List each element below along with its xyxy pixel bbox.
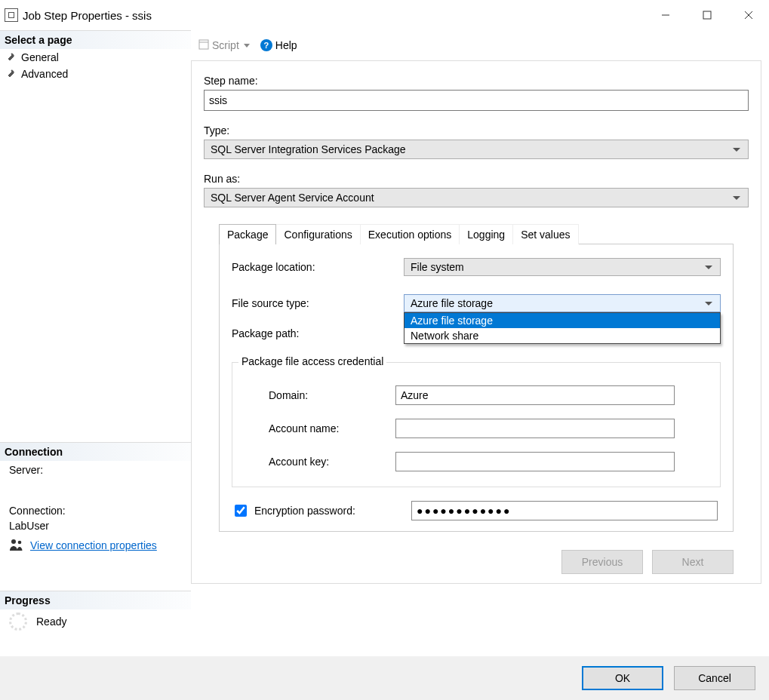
select-page-header: Select a page [0,30,191,49]
package-path-label: Package path: [232,327,398,339]
script-button[interactable]: Script [195,38,253,54]
window-title: Job Step Properties - ssis [23,9,152,22]
progress-header: Progress [0,591,191,609]
svg-rect-1 [703,11,711,19]
file-source-option-azure[interactable]: Azure file storage [404,313,720,328]
connection-value: LabUser [0,520,191,535]
page-item-advanced[interactable]: Advanced [0,66,191,82]
svg-rect-6 [199,40,208,49]
minimize-button[interactable] [644,1,686,29]
server-label: Server: [0,461,191,479]
file-source-option-network-share[interactable]: Network share [404,328,720,343]
svg-point-5 [18,540,22,544]
tab-panel-package: Package location: File system File sourc… [219,244,734,532]
file-source-type-combo[interactable]: Azure file storage [404,294,721,312]
domain-input[interactable] [395,385,675,405]
people-icon [9,539,24,553]
package-location-value: File system [411,261,464,273]
titlebar: Job Step Properties - ssis [0,0,769,30]
page-item-label: Advanced [21,68,68,80]
chevron-down-icon [244,44,250,48]
type-combo[interactable]: SQL Server Integration Services Package [204,140,749,159]
type-label: Type: [204,124,749,137]
left-panel: Select a page General Advanced Connectio… [0,30,191,655]
credential-groupbox: Package file access credential Domain: A… [232,362,721,487]
domain-label: Domain: [245,389,395,401]
connection-label: Connection: [0,502,191,520]
tab-set-values[interactable]: Set values [512,224,578,244]
svg-point-4 [11,539,16,544]
help-icon: ? [260,39,272,51]
page-item-general[interactable]: General [0,49,191,66]
close-button[interactable] [727,1,769,29]
account-name-input[interactable] [395,419,675,438]
page-item-label: General [21,51,59,63]
account-key-label: Account key: [245,456,395,468]
progress-spinner-icon [9,612,27,631]
package-location-combo[interactable]: File system [404,258,721,276]
encryption-password-input[interactable] [411,501,718,520]
account-name-label: Account name: [245,422,395,434]
next-button[interactable]: Next [652,550,734,574]
view-connection-properties-link[interactable]: View connection properties [30,538,157,553]
content-panel: Script ? Help Step name: Type: SQL Serve… [191,30,769,655]
tab-logging[interactable]: Logging [459,224,513,244]
tab-package[interactable]: Package [219,224,276,244]
ok-button[interactable]: OK [582,666,663,690]
tab-strip: Package Configurations Execution options… [219,224,749,244]
tab-configurations[interactable]: Configurations [275,224,360,244]
dialog-footer: OK Cancel [0,656,769,700]
package-location-label: Package location: [232,261,398,273]
help-label: Help [275,39,297,51]
file-source-type-dropdown: Azure file storage Network share [404,312,721,344]
encryption-password-checkbox[interactable] [235,505,247,517]
run-as-label: Run as: [204,173,749,185]
file-source-type-value: Azure file storage [411,297,493,309]
wrench-icon [6,53,17,62]
previous-button[interactable]: Previous [561,550,643,574]
help-button[interactable]: ? Help [257,38,300,53]
file-source-type-label: File source type: [232,297,398,309]
cancel-button[interactable]: Cancel [674,666,755,690]
encryption-password-label: Encryption password: [254,505,411,517]
type-combo-value: SQL Server Integration Services Package [211,143,406,155]
tab-execution-options[interactable]: Execution options [360,224,460,244]
script-icon [198,39,209,52]
form-area: Step name: Type: SQL Server Integration … [191,60,761,584]
connection-header: Connection [0,442,191,461]
run-as-combo[interactable]: SQL Server Agent Service Account [204,188,749,207]
step-name-label: Step name: [204,75,749,87]
run-as-combo-value: SQL Server Agent Service Account [211,192,374,204]
app-icon [5,8,18,22]
account-key-input[interactable] [395,452,675,471]
maximize-button[interactable] [686,1,727,29]
step-name-input[interactable] [204,90,749,111]
credential-legend: Package file access credential [238,355,386,367]
wrench-icon [6,69,17,78]
toolbar: Script ? Help [191,30,769,60]
progress-status: Ready [36,616,66,628]
script-label: Script [212,39,239,51]
